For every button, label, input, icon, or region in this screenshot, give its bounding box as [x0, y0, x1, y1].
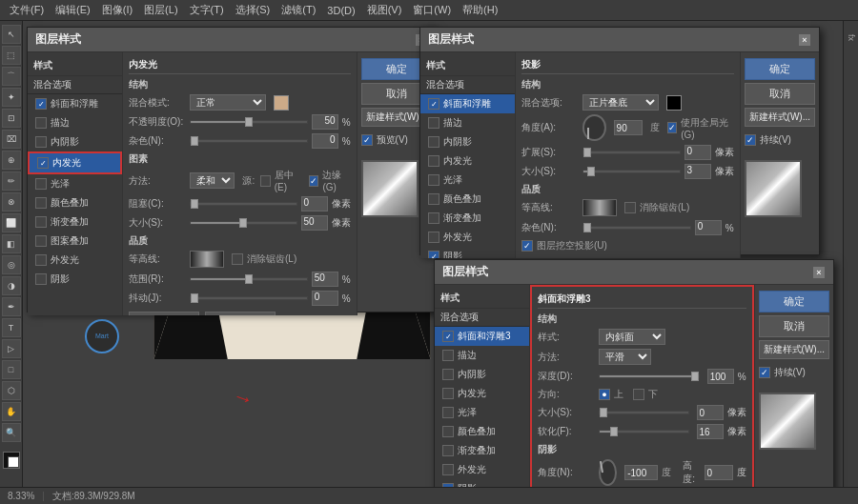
style-inner-shadow-2[interactable]: 内阴影	[420, 132, 515, 151]
menu-filter[interactable]: 滤镜(T)	[276, 1, 321, 19]
menu-select[interactable]: 选择(S)	[230, 1, 276, 19]
new-style-btn-3[interactable]: 新建样式(W)...	[759, 340, 829, 359]
menu-file[interactable]: 文件(F)	[4, 1, 50, 19]
confirm-btn-3[interactable]: 确定	[759, 291, 829, 312]
style-gradient-overlay-2[interactable]: 渐变叠加	[420, 209, 515, 228]
close-button-3[interactable]: ×	[812, 266, 826, 279]
preview-check-1[interactable]: ✓	[361, 134, 373, 146]
tool-3d[interactable]: ⬡	[2, 381, 21, 400]
tool-shape[interactable]: □	[2, 360, 21, 379]
style-satin-3[interactable]: 光泽	[435, 403, 529, 422]
opacity-slider-1[interactable]	[190, 120, 308, 124]
menu-image[interactable]: 图像(I)	[96, 1, 138, 19]
anti-alias-check-1[interactable]	[232, 253, 243, 265]
angle-widget-3[interactable]	[599, 459, 617, 486]
contour-preview-1[interactable]	[190, 251, 224, 268]
jitter-slider-1[interactable]	[190, 296, 308, 300]
preview-check-3[interactable]: ✓	[759, 367, 770, 378]
style-color-overlay-1[interactable]: 颜色叠加	[28, 193, 122, 212]
blend-mode-select-1[interactable]: 正常	[190, 94, 266, 111]
style-inner-glow-3[interactable]: 内发光	[435, 384, 529, 403]
style-color-overlay-2[interactable]: 颜色叠加	[420, 190, 515, 209]
blend-mode-select-2[interactable]: 正片叠底	[582, 94, 659, 111]
tool-path-select[interactable]: ▷	[2, 339, 21, 358]
direction-up-3[interactable]: ●	[599, 389, 610, 400]
menu-3d[interactable]: 3D(D)	[321, 3, 360, 18]
style-drop-shadow-1[interactable]: 阴影	[28, 270, 122, 289]
shadow-color-swatch-2[interactable]	[666, 95, 682, 111]
opacity-slider-2[interactable]	[582, 226, 691, 230]
tool-zoom[interactable]: 🔍	[2, 423, 21, 442]
anti-alias-check-2[interactable]	[624, 202, 636, 213]
style-satin-2[interactable]: 光泽	[420, 171, 515, 190]
style-inner-glow-2[interactable]: 内发光	[420, 151, 515, 171]
dialog-title-3[interactable]: 图层样式 ×	[435, 260, 833, 285]
style-outer-glow-3[interactable]: 外发光	[435, 460, 529, 479]
tool-hand[interactable]: ✋	[2, 402, 21, 421]
method-select-3[interactable]: 平滑	[599, 349, 651, 365]
glow-color-swatch-1[interactable]	[274, 95, 289, 111]
style-color-overlay-3[interactable]: 颜色叠加	[435, 422, 529, 441]
style-pattern-overlay-1[interactable]: 图案叠加	[28, 232, 122, 251]
size-slider-3[interactable]	[599, 411, 689, 414]
style-drop-shadow-2[interactable]: ✓ 阴影	[420, 247, 515, 258]
preview-check-2[interactable]: ✓	[745, 134, 756, 146]
soften-value-3[interactable]	[697, 424, 724, 439]
tool-brush[interactable]: ✏	[2, 171, 21, 191]
style-gradient-overlay-1[interactable]: 渐变叠加	[28, 212, 122, 232]
global-light-check-2[interactable]: ✓	[667, 122, 678, 133]
tool-heal[interactable]: ⊕	[2, 151, 21, 170]
depth-value-3[interactable]	[707, 369, 734, 384]
method-select-1[interactable]: 柔和	[190, 172, 235, 189]
tool-blur[interactable]: ◎	[2, 255, 21, 274]
tool-lasso[interactable]: ⌒	[2, 67, 21, 86]
style-outer-glow-1[interactable]: 外发光	[28, 251, 122, 270]
layer-knocks-check-2[interactable]: ✓	[521, 240, 533, 252]
dialog-title-1[interactable]: 图层样式 ×	[28, 28, 436, 52]
style-bevel-emboss-2[interactable]: ✓ 斜面和浮雕	[420, 94, 515, 113]
foreground-color[interactable]	[3, 452, 20, 469]
style-inner-glow-1[interactable]: ✓ 内发光	[28, 151, 122, 174]
size-slider-2[interactable]	[582, 170, 681, 173]
reset-default-btn-1[interactable]: 复位到默认值	[205, 312, 276, 315]
menu-help[interactable]: 帮助(H)	[457, 1, 503, 19]
style-stroke-2[interactable]: 描边	[420, 113, 515, 132]
cancel-btn-3[interactable]: 取消	[759, 315, 829, 337]
tool-gradient[interactable]: ◧	[2, 234, 21, 253]
direction-down-3[interactable]	[633, 389, 644, 400]
style-gradient-overlay-3[interactable]: 渐变叠加	[435, 441, 529, 460]
tool-move[interactable]: ↖	[2, 25, 21, 44]
style-stroke-3[interactable]: 描边	[435, 346, 529, 365]
tool-eraser[interactable]: ⬜	[2, 213, 21, 232]
style-inner-shadow-3[interactable]: 内阴影	[435, 365, 529, 384]
style-select-3[interactable]: 内斜面	[599, 329, 665, 345]
tool-magic-wand[interactable]: ✦	[2, 88, 21, 107]
tool-type[interactable]: T	[2, 318, 21, 337]
menu-edit[interactable]: 编辑(E)	[50, 1, 96, 19]
blending-options-3[interactable]: 混合选项	[435, 309, 529, 327]
cancel-btn-2[interactable]: 取消	[745, 83, 815, 105]
style-stroke-1[interactable]: 描边	[28, 113, 122, 132]
new-style-btn-2[interactable]: 新建样式(W)...	[745, 108, 815, 127]
menu-layer[interactable]: 图层(L)	[138, 1, 183, 19]
choke-slider-1[interactable]	[190, 202, 297, 206]
size-slider-1[interactable]	[190, 221, 297, 225]
angle-value-2[interactable]	[614, 120, 643, 135]
menu-view[interactable]: 视图(V)	[361, 1, 408, 19]
blending-options-2[interactable]: 混合选项	[420, 76, 515, 94]
expand-slider-2[interactable]	[582, 151, 681, 154]
soften-slider-3[interactable]	[599, 430, 689, 433]
close-button-2[interactable]: ×	[798, 33, 811, 47]
angle-value-3[interactable]	[624, 465, 658, 480]
depth-slider-3[interactable]	[599, 374, 700, 378]
noise-slider-1[interactable]	[190, 139, 308, 143]
menu-type[interactable]: 文字(T)	[184, 1, 230, 19]
blending-options-item[interactable]: 混合选项	[28, 76, 122, 94]
contour-preview-2[interactable]	[582, 199, 617, 216]
tool-pen[interactable]: ✒	[2, 297, 21, 316]
tool-crop[interactable]: ⊡	[2, 109, 21, 128]
menu-window[interactable]: 窗口(W)	[407, 1, 457, 19]
style-outer-glow-2[interactable]: 外发光	[420, 228, 515, 247]
style-satin-1[interactable]: 光泽	[28, 174, 122, 193]
style-inner-shadow-1[interactable]: 内阴影	[28, 132, 122, 151]
